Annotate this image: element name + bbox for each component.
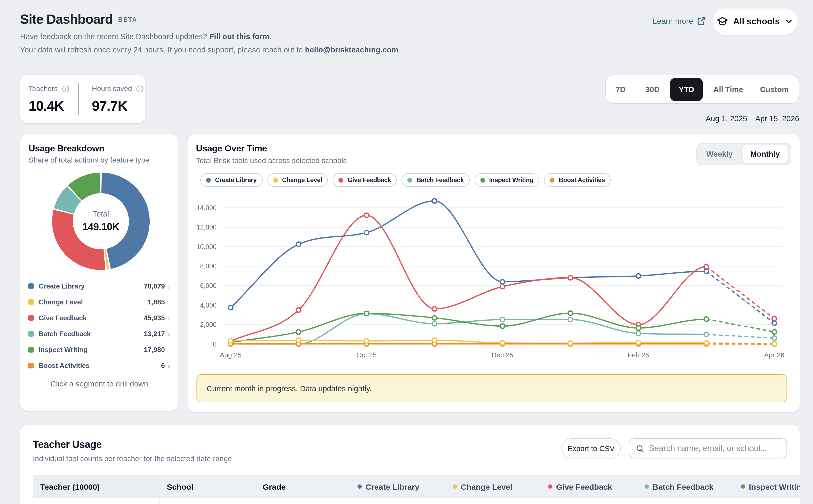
svg-text:Oct 25: Oct 25 (356, 351, 377, 359)
svg-text:Apr 26: Apr 26 (764, 351, 784, 359)
svg-text:12,000: 12,000 (196, 223, 217, 231)
svg-text:Dec 25: Dec 25 (492, 351, 513, 359)
svg-text:Feb 26: Feb 26 (628, 351, 649, 359)
svg-text:4,000: 4,000 (200, 301, 217, 309)
svg-text:Aug 25: Aug 25 (220, 351, 241, 359)
svg-text:2,000: 2,000 (200, 321, 217, 328)
svg-text:6,000: 6,000 (200, 282, 217, 289)
svg-text:10,000: 10,000 (196, 243, 217, 250)
svg-text:0: 0 (213, 340, 217, 348)
svg-text:8,000: 8,000 (200, 262, 217, 270)
svg-text:14,000: 14,000 (196, 204, 217, 211)
